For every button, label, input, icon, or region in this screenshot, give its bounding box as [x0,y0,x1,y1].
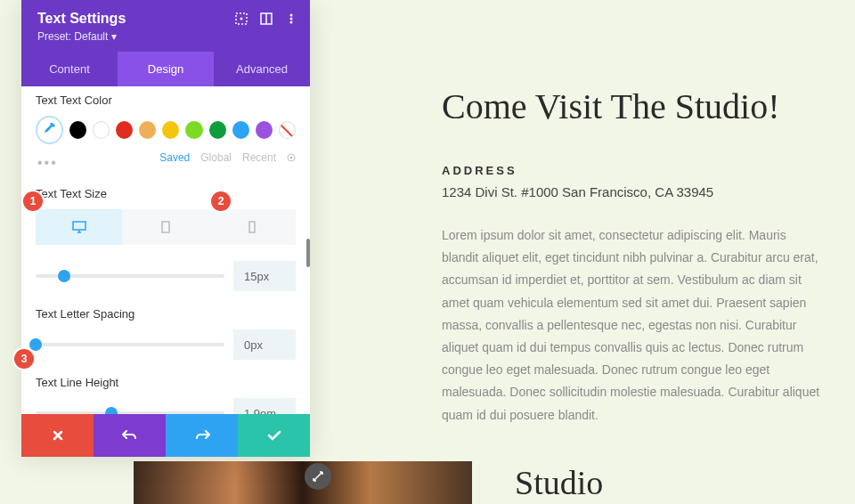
annotation-marker-3: 3 [14,349,34,369]
svg-point-1 [240,18,243,20]
device-phone-button[interactable] [209,209,296,245]
redo-icon [194,429,210,442]
gear-icon[interactable] [287,153,296,162]
tablet-icon [159,221,173,233]
lineheight-section-label: Text Line Height [36,376,296,389]
color-swatch-none[interactable] [279,121,296,139]
expand-icon[interactable] [235,12,248,25]
device-tablet-button[interactable] [122,209,208,245]
panel-header: Text Settings Preset: Default ▾ [21,0,310,52]
panel-body: Text Text Color ••• Saved Global Recent [21,86,310,414]
color-swatch-purple[interactable] [256,121,273,139]
color-swatch-blue[interactable] [232,121,249,139]
swatch-tab-global[interactable]: Global [200,151,232,164]
device-desktop-button[interactable] [36,209,122,245]
redo-button[interactable] [166,414,238,457]
annotation-marker-2: 2 [211,191,231,211]
spacing-section-label: Text Letter Spacing [36,307,296,321]
tab-design[interactable]: Design [118,52,214,86]
swatch-preset-tabs: Saved Global Recent [159,151,296,164]
color-swatch-yellow[interactable] [162,121,179,139]
eyedropper-button[interactable] [36,116,63,144]
spacing-slider[interactable] [36,343,224,346]
color-swatch-orange[interactable] [139,121,156,139]
address-text: 1234 Divi St. #1000 San Francisco, CA 33… [442,184,823,199]
swatch-tab-saved[interactable]: Saved [159,151,190,164]
swatch-tab-recent[interactable]: Recent [242,151,276,164]
color-swatch-green[interactable] [209,121,226,139]
layout-icon[interactable] [260,12,273,25]
panel-footer [21,414,310,457]
body-paragraph: Lorem ipsum dolor sit amet, consectetur … [442,224,823,427]
annotation-marker-1: 1 [23,191,43,211]
size-input[interactable]: 15px [233,261,296,291]
close-button[interactable] [21,414,94,457]
undo-button[interactable] [94,414,166,457]
svg-point-8 [290,157,293,159]
color-section-label: Text Text Color [36,93,296,107]
close-icon [52,429,64,442]
resize-handle[interactable] [305,463,331,490]
phone-icon [245,221,259,233]
settings-panel: Text Settings Preset: Default ▾ Content … [21,0,310,457]
more-icon[interactable] [285,12,297,25]
svg-point-4 [290,14,293,17]
lineheight-slider[interactable] [36,411,224,414]
studio-heading: Studio [515,463,603,502]
desktop-icon [72,221,86,233]
check-icon [267,430,281,441]
confirm-button[interactable] [238,414,310,457]
scrollbar-thumb[interactable] [306,239,310,267]
svg-point-5 [290,18,293,20]
size-slider[interactable] [36,274,224,278]
color-swatch-row [36,116,296,144]
tab-advanced[interactable]: Advanced [214,52,310,86]
size-section-label: Text Text Size [36,187,296,200]
color-swatch-white[interactable] [93,121,110,139]
tab-content[interactable]: Content [21,52,118,86]
lineheight-input[interactable]: 1.9em [233,398,296,414]
device-selector [36,209,296,245]
color-swatch-black[interactable] [69,121,86,139]
undo-icon [122,429,138,442]
color-swatch-red[interactable] [116,121,133,139]
page-content: Come Visit The Studio! ADDRESS 1234 Divi… [442,85,823,427]
page-heading: Come Visit The Studio! [442,85,823,128]
svg-rect-9 [73,222,86,230]
more-colors-icon[interactable]: ••• [37,155,58,171]
studio-image [134,461,472,504]
svg-rect-12 [162,222,169,232]
eyedropper-icon [42,123,56,137]
color-swatch-lime[interactable] [185,121,202,139]
preset-dropdown[interactable]: Preset: Default ▾ [37,30,294,43]
tab-bar: Content Design Advanced [21,52,310,86]
spacing-input[interactable]: 0px [233,329,296,360]
address-label: ADDRESS [442,164,823,177]
resize-icon [312,470,324,483]
svg-rect-13 [249,222,255,232]
svg-point-6 [290,21,293,24]
